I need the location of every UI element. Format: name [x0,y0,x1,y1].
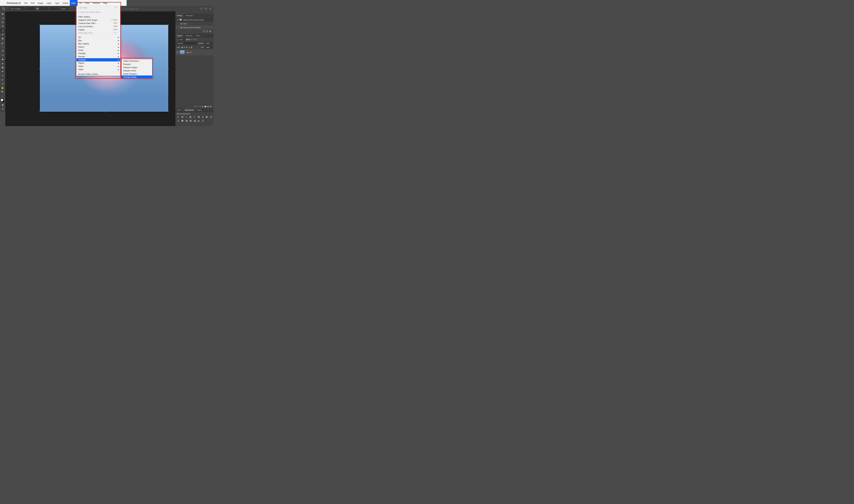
menu-type[interactable]: Type [53,0,61,6]
filter-sharpen[interactable]: Sharpen▶ [77,58,120,61]
lock-image-icon[interactable]: ✎ [184,46,185,48]
paths-tab[interactable]: Paths [194,34,202,37]
filter-browse-online[interactable]: Browse Filters Online... [77,73,120,76]
brush-tool[interactable]: 🖌 [1,41,5,45]
type-tool[interactable]: T [1,74,5,77]
lasso-tool[interactable]: ઉ [1,20,5,24]
curves-icon[interactable]: 〰 [185,115,188,118]
fill-dropdown[interactable]: 100% [204,46,212,49]
filter-noise[interactable]: Noise▶ [77,49,120,52]
quick-mask-mode[interactable]: ◙ [1,103,5,107]
lock-all-icon[interactable]: 🔒 [191,46,193,48]
bw-icon[interactable]: ◧ [206,115,208,118]
link-layers-icon[interactable]: ⚯ [194,105,196,107]
move-tool[interactable]: ✥ [1,12,5,16]
blend-mode-dropdown[interactable]: Normal [177,42,197,44]
histogram-tab[interactable]: Histogram [184,14,195,17]
crop-tool[interactable]: ◫ [1,29,5,33]
app-name[interactable]: Photoshop CC [5,2,23,4]
color-balance-icon[interactable]: ⚖ [201,115,204,118]
crop-handle[interactable] [39,111,40,112]
crop-width-input[interactable] [26,7,35,10]
menu-layer[interactable]: Layer [45,0,53,6]
layer-filter-dropdown[interactable]: Kind [179,38,185,41]
styles-tab[interactable]: Styles [196,108,203,112]
crop-preset-dropdown[interactable]: W x H x Reso... [10,7,25,10]
delete-layer-icon[interactable]: 🗑 [210,105,212,107]
snapshot-icon[interactable]: 📷 [206,30,209,33]
posterize-icon[interactable]: ▤ [189,119,192,122]
layer-name[interactable]: Layer 0 [186,52,191,53]
path-select-tool[interactable]: ▷ [1,78,5,82]
crop-height-input[interactable] [39,7,48,10]
menu-window[interactable]: Window [91,0,102,6]
layer-fx-icon[interactable]: fx [196,105,200,107]
share-icon[interactable] [209,7,212,10]
filter-pixel-icon[interactable]: ▦ [186,38,188,40]
filter-render[interactable]: Render▶ [77,55,120,58]
filter-camera-raw[interactable]: Camera Raw Filter...⇧⌘A [77,22,120,25]
spot-heal-tool[interactable]: ✚ [1,37,5,41]
adjustment-layer-icon[interactable]: ◐ [202,105,204,107]
adjustments-tab[interactable]: Adjustments [183,108,196,112]
sharpen-more[interactable]: Sharpen More [122,69,152,72]
create-document-icon[interactable]: ◫ [203,30,206,33]
shape-tool[interactable]: ▭ [1,82,5,86]
panel-close-icon[interactable]: × [176,12,214,14]
blur-tool[interactable]: ● [1,61,5,65]
layer-group-icon[interactable]: 📁 [204,105,208,107]
quick-select-tool[interactable]: ✎ [1,24,5,29]
levels-icon[interactable]: ▥ [181,115,184,118]
filter-video[interactable]: Video▶ [77,65,120,68]
history-state-open[interactable]: ▤ Open [176,22,214,25]
layer-thumbnail[interactable] [180,50,185,55]
pen-tool[interactable]: ✒ [1,70,5,73]
filter-adaptive-wide-angle[interactable]: Adaptive Wide Angle...⌥⇧⌘A [77,18,120,22]
dodge-tool[interactable]: ◐ [1,66,5,69]
marquee-tool[interactable]: ▭ [1,16,5,20]
filter-stylize[interactable]: Stylize▶ [77,61,120,65]
reset-crop-icon[interactable]: ↺ [136,7,138,10]
filter-liquify[interactable]: Liquify...⇧⌘X [77,28,120,31]
menu-3d[interactable]: 3D [77,0,84,6]
selective-color-icon[interactable]: ◫ [201,119,204,122]
filter-gallery[interactable]: Filter Gallery... [77,15,120,18]
filter-other[interactable]: Other▶ [77,68,120,71]
document-layout-icon[interactable] [205,7,207,10]
panel-close-bottom-icon[interactable]: × [176,123,214,126]
filter-blur[interactable]: Blur▶ [77,39,120,42]
crop-handle[interactable] [104,111,105,112]
hue-sat-icon[interactable]: ▤ [197,115,200,118]
filter-3d[interactable]: 3D▶ [77,36,120,39]
eraser-tool[interactable]: ▱ [1,53,5,57]
screen-mode[interactable]: ▢ [1,107,5,111]
sharpen-sharpen[interactable]: Sharpen [122,62,152,66]
crop-handle[interactable] [39,24,40,25]
filter-type-icon[interactable]: T [191,39,192,40]
gradient-map-icon[interactable]: ▬ [197,119,200,122]
vibrance-icon[interactable]: ▽ [193,115,196,118]
filter-distort[interactable]: Distort▶ [77,45,120,49]
lock-transparent-icon[interactable]: ▦ [181,46,183,48]
sharpen-smart[interactable]: Smart Sharpen... [122,72,152,75]
crop-resolution-input[interactable] [50,7,58,10]
zoom-tool[interactable]: 🔍 [1,90,5,94]
sharpen-edges[interactable]: Sharpen Edges [122,66,152,69]
layer-mask-icon[interactable]: ◻ [200,105,202,107]
history-brush-tool[interactable]: ↺ [1,49,5,53]
crop-handle[interactable] [168,68,169,69]
menu-view[interactable]: View [84,0,91,6]
clone-stamp-tool[interactable]: ⎍ [1,45,5,49]
invert-icon[interactable]: ◨ [185,119,188,122]
crop-handle[interactable] [39,68,40,69]
opacity-dropdown[interactable]: 100% [204,42,212,44]
eyedropper-tool[interactable]: ✐ [1,33,5,37]
crop-handle[interactable] [168,24,169,25]
gradient-tool[interactable]: ▰ [1,57,5,61]
filter-pixelate[interactable]: Pixelate▶ [77,52,120,55]
exposure-icon[interactable]: ◧ [189,115,192,118]
brightness-icon[interactable]: ☀ [177,115,180,118]
trash-icon[interactable]: 🗑 [209,30,212,33]
filter-shape-icon[interactable]: ▭ [193,38,194,40]
filter-blur-gallery[interactable]: Blur Gallery▶ [77,42,120,45]
